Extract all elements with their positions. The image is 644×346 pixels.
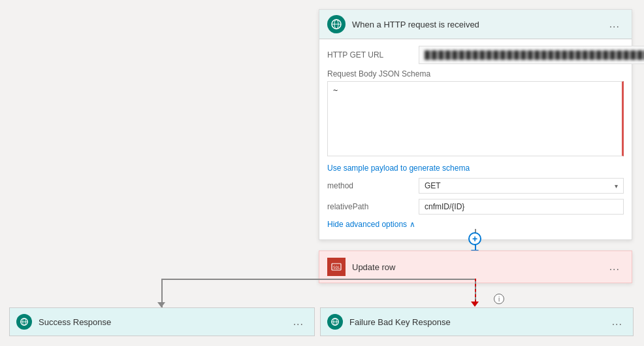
svg-text:SQL: SQL <box>333 265 340 269</box>
http-card-header: When a HTTP request is received ... <box>319 10 632 39</box>
url-label: HTTP GET URL <box>327 50 412 60</box>
failure-card-menu-button[interactable]: ... <box>608 315 626 329</box>
url-input-content: ████████████████████████████████████████… <box>419 46 644 63</box>
success-card-menu-button[interactable]: ... <box>289 315 308 329</box>
url-input-wrapper: ████████████████████████████████████████… <box>419 46 644 64</box>
sql-icon: SQL <box>331 262 342 272</box>
chevron-down-icon: ▾ <box>615 182 618 190</box>
http-trigger-icon <box>327 15 346 33</box>
schema-section: Request Body JSON Schema ~ <box>327 69 624 158</box>
relative-path-label: relativePath <box>327 202 412 211</box>
globe-icon-failure <box>330 317 340 326</box>
hide-advanced-link[interactable]: Hide advanced options ∧ <box>327 220 624 229</box>
chevron-up-icon: ∧ <box>410 220 415 229</box>
info-circle[interactable]: i <box>494 294 504 304</box>
connector-failure-dashed <box>475 279 476 302</box>
relative-path-input[interactable] <box>419 199 624 215</box>
connector-horizontal-success <box>161 279 475 280</box>
success-card-title: Success Response <box>39 317 283 327</box>
http-card-menu-button[interactable]: ... <box>605 17 624 31</box>
method-row: method GET ▾ <box>327 178 624 194</box>
http-card-title: When a HTTP request is received <box>352 20 599 29</box>
arrow-to-success <box>157 302 165 307</box>
update-icon-box: SQL <box>327 258 346 276</box>
failure-icon <box>327 314 343 330</box>
add-step-button[interactable]: + <box>468 232 481 245</box>
canvas: When a HTTP request is received ... HTTP… <box>0 0 644 346</box>
relative-path-row: relativePath <box>327 199 624 215</box>
url-row: HTTP GET URL ███████████████████████████… <box>327 46 624 64</box>
update-card-menu-button[interactable]: ... <box>605 260 624 274</box>
method-select[interactable]: GET ▾ <box>419 178 624 194</box>
hide-advanced-label: Hide advanced options <box>327 220 407 229</box>
arrow-to-failure <box>471 302 479 307</box>
success-icon <box>16 314 32 330</box>
success-response-card: Success Response ... <box>9 307 315 336</box>
http-card-body: HTTP GET URL ███████████████████████████… <box>319 39 632 239</box>
failure-card-title: Failure Bad Key Response <box>349 317 602 327</box>
method-label: method <box>327 181 412 190</box>
http-request-card: When a HTTP request is received ... HTTP… <box>319 9 632 240</box>
failure-response-card: Failure Bad Key Response ... <box>320 307 634 336</box>
schema-label: Request Body JSON Schema <box>327 69 624 78</box>
update-card-header: SQL Update row ... <box>319 251 632 283</box>
method-value: GET <box>425 181 441 190</box>
schema-textarea[interactable]: ~ <box>327 81 624 156</box>
url-masked-value: ████████████████████████████████████████… <box>425 50 644 60</box>
globe-icon-success <box>20 317 29 326</box>
sample-payload-link[interactable]: Use sample payload to generate schema <box>327 164 624 173</box>
update-card-title: Update row <box>352 262 599 272</box>
globe-icon <box>331 19 342 29</box>
